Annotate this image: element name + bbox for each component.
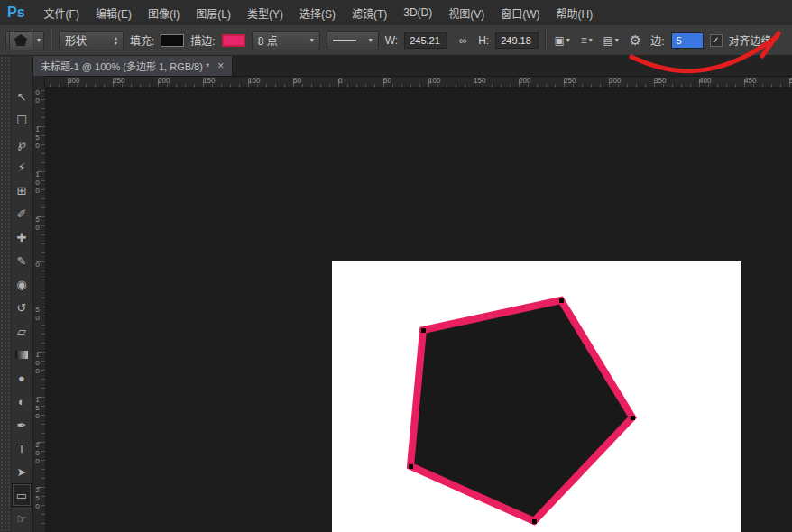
tool-blur-tool[interactable]: ● [12,366,32,390]
tool-options-bar: ▾ 形状 ▴▾ 填充: 描边: 8 点 ▾ ▾ W: 245.21 ∞ H: 2… [0,25,792,56]
align-edges-checkbox[interactable]: ✓ [710,34,723,47]
document-canvas[interactable] [332,261,741,532]
ruler-label: 50 [33,216,41,232]
menu-item[interactable]: 选择(S) [291,0,344,25]
polygon-tool-preset-icon [9,31,32,50]
chevron-down-icon: ▾ [615,37,619,44]
tool-clone-stamp-tool[interactable]: ◉ [12,272,32,296]
anchor-point[interactable] [532,519,537,524]
ruler-label: 150 [33,125,41,150]
ruler-label: 200 [33,87,41,105]
stroke-width-value: 8 点 [258,32,278,48]
photoshop-logo: Ps [0,5,36,21]
tool-quick-selection-tool[interactable]: ⚡ [12,155,32,179]
chevron-down-icon: ▾ [37,37,41,44]
stroke-width-select[interactable]: 8 点 ▾ [252,31,320,50]
tool-history-brush-tool[interactable]: ↺ [12,296,32,319]
chevron-down-icon: ▾ [566,37,570,44]
ruler-label: 250 [33,486,41,510]
ruler-label: 450 [744,77,756,85]
tool-spot-healing-brush-tool[interactable]: ✚ [12,225,32,249]
align-edges-label: 对齐边缘 [729,32,772,48]
ruler-label: 0 [338,77,342,85]
path-operations-button[interactable]: ▣ ▾ [553,32,571,50]
path-arrangement-button[interactable]: ▤ ▾ [602,32,620,50]
ruler-label: 150 [474,77,485,85]
chevron-down-icon: ▾ [310,37,314,44]
tool-type-tool[interactable]: T [12,436,32,460]
tool-hand-tool[interactable]: ☞ [12,507,32,530]
horizontal-ruler[interactable]: 3002502001501005005010015020025030035040… [32,76,792,88]
tool-move-tool[interactable]: ↖ [12,85,32,108]
ruler-label: 150 [203,77,215,85]
tool-brush-tool[interactable]: ✎ [12,249,32,272]
ruler-label: 50 [383,77,391,85]
ruler-label: 0 [33,261,41,269]
menu-item[interactable]: 文件(F) [36,0,87,25]
ruler-label: 50 [293,77,301,85]
vertical-ruler[interactable]: 20015010050050100150200250300 [32,87,46,532]
separator [545,30,547,51]
gradient-icon [15,351,28,359]
separator [51,30,52,51]
ruler-label: 150 [33,396,41,420]
anchor-point[interactable] [631,416,635,420]
link-dimensions-icon[interactable]: ∞ [454,32,472,50]
tool-dodge-tool[interactable]: ◐ [12,390,32,413]
canvas-area [45,87,792,532]
menu-item[interactable]: 图像(I) [140,0,188,25]
menu-item[interactable]: 视图(V) [440,0,493,25]
ruler-label: 200 [519,77,530,85]
menu-item[interactable]: 滤镜(T) [344,0,395,25]
menu-item[interactable]: 图层(L) [188,0,239,25]
pentagon-svg [332,261,741,532]
tool-preset-picker[interactable]: ▾ [5,31,44,50]
ruler-label: 250 [113,77,124,85]
sides-label: 边: [650,32,664,48]
anchor-point[interactable] [421,328,426,333]
ruler-label: 350 [654,77,666,85]
tool-list: ↖☐℘⚡⊞✐✚✎◉↺▱●◐✒T➤▭☞ [11,85,32,530]
tool-gradient-tool[interactable] [12,343,32,366]
ruler-label: 50 [33,306,41,322]
menu-item[interactable]: 编辑(E) [87,0,140,25]
gear-icon[interactable]: ⚙ [626,32,644,50]
height-input[interactable]: 249.18 [495,32,539,49]
tool-shape-tool[interactable]: ▭ [12,483,32,507]
tool-rectangular-marquee-tool[interactable]: ☐ [12,108,32,132]
menu-item[interactable]: 帮助(H) [548,0,602,25]
ruler-label: 200 [33,441,41,465]
fill-swatch[interactable] [161,34,184,47]
tool-path-selection-tool[interactable]: ➤ [12,460,32,483]
tool-pen-tool[interactable]: ✒ [12,413,32,436]
path-alignment-button[interactable]: ≡ ▾ [577,32,595,50]
ruler-label: 300 [609,77,621,85]
document-tab[interactable]: 未标题-1 @ 100% (多边形 1, RGB/8) * × [32,56,233,76]
document-tab-bar: 未标题-1 @ 100% (多边形 1, RGB/8) * × [32,56,792,77]
menu-item[interactable]: 3D(D) [395,0,440,25]
path-arrangement-icon: ▤ [603,34,612,47]
ruler-label: 100 [428,77,440,85]
close-icon[interactable]: × [217,60,224,72]
width-input[interactable]: 245.21 [404,32,447,49]
tool-lasso-tool[interactable]: ℘ [12,132,32,155]
tools-panel: ↖☐℘⚡⊞✐✚✎◉↺▱●◐✒T➤▭☞ [0,56,33,532]
updown-caret-icon: ▴▾ [115,35,117,46]
menu-item[interactable]: 类型(Y) [239,0,291,25]
menu-item[interactable]: 窗口(W) [493,0,548,25]
tool-crop-tool[interactable]: ⊞ [12,179,32,202]
anchor-point[interactable] [559,298,564,303]
sides-input[interactable]: 5 [671,32,704,49]
ruler-label: 300 [68,77,79,85]
stroke-style-select[interactable]: ▾ [327,31,379,50]
tool-mode-select[interactable]: 形状 ▴▾ [59,31,124,50]
ruler-corner [32,76,45,87]
tool-eraser-tool[interactable]: ▱ [12,319,32,343]
tool-eyedropper-tool[interactable]: ✐ [12,202,32,225]
anchor-point[interactable] [409,464,413,469]
chevron-down-icon: ▾ [369,37,373,44]
stroke-swatch[interactable] [222,34,245,47]
ruler-label: 100 [248,77,260,85]
pentagon-shape[interactable] [410,300,632,521]
ruler-label: 400 [699,77,711,85]
